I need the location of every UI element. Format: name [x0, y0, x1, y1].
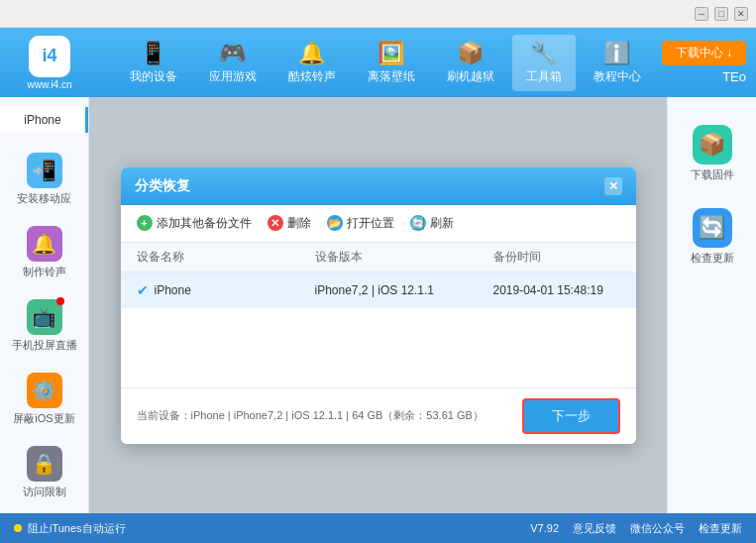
nav-my-device-label: 我的设备 [130, 68, 177, 85]
ios-update-icon: ⚙️ [27, 373, 62, 408]
access-restrict-icon: 🔒 [27, 446, 62, 482]
title-bar: ─ □ ✕ [0, 0, 756, 28]
install-app-label: 安装移动应 [17, 191, 71, 206]
folder-icon: 📂 [327, 215, 343, 231]
brush-machine-icon: 📦 [457, 41, 484, 66]
app-game-icon: 🎮 [219, 41, 246, 66]
status-dot-icon [14, 524, 22, 532]
check-update-icon: 🔄 [693, 208, 732, 248]
download-firm-label: 下载固件 [691, 167, 734, 182]
header: i4 www.i4.cn 📱 我的设备 🎮 应用游戏 🔔 酷炫铃声 🖼️ 离落壁… [0, 28, 756, 97]
sidebar-item-install-app[interactable]: 📲 安装移动应 [7, 145, 81, 214]
nav-app-game-label: 应用游戏 [209, 68, 257, 85]
make-ringtone-label: 制作铃声 [23, 265, 66, 279]
wechat-link[interactable]: 微信公众号 [630, 521, 685, 536]
iphone-tab[interactable]: iPhone [0, 107, 88, 133]
main-area: iPhone 📲 安装移动应 🔔 制作铃声 📺 手机投屏直播 ⚙️ 屏蔽iOS更… [0, 97, 756, 513]
row-device-version: iPhone7,2 | iOS 12.1.1 [315, 283, 493, 297]
download-firm-icon: 📦 [693, 125, 732, 164]
modal-close-button[interactable]: ✕ [604, 177, 622, 195]
sidebar-item-screen-live[interactable]: 📺 手机投屏直播 [7, 291, 81, 361]
add-backup-button[interactable]: + 添加其他备份文件 [137, 215, 252, 232]
nav-toolbox-label: 工具箱 [526, 68, 562, 85]
col-device-version: 设备版本 [315, 249, 493, 266]
screen-live-badge [56, 297, 64, 305]
access-restrict-label: 访问限制 [23, 485, 66, 499]
content-area: 分类恢复 ✕ + 添加其他备份文件 ✕ 删除 📂 打开位置 [89, 97, 667, 513]
delete-backup-button[interactable]: ✕ 删除 [268, 215, 311, 232]
logo-area: i4 www.i4.cn [10, 36, 89, 90]
nav-items: 📱 我的设备 🎮 应用游戏 🔔 酷炫铃声 🖼️ 离落壁纸 📦 刷机越狱 🔧 工具… [109, 35, 662, 91]
open-location-label: 打开位置 [347, 215, 394, 232]
nav-brush-machine[interactable]: 📦 刷机越狱 [433, 35, 508, 91]
status-left: 阻止iTunes自动运行 [14, 521, 126, 536]
close-button[interactable]: ✕ [734, 7, 748, 21]
modal-empty-area [121, 308, 636, 387]
refresh-icon: 🔄 [410, 215, 426, 231]
nav-app-game[interactable]: 🎮 应用游戏 [195, 35, 270, 91]
device-info-text: 当前设备：iPhone | iPhone7,2 | iOS 12.1.1 | 6… [137, 408, 484, 423]
logo-text: www.i4.cn [27, 79, 71, 90]
row-backup-time: 2019-04-01 15:48:19 [493, 283, 636, 297]
version-text: V7.92 [530, 522, 559, 534]
nav-wallpaper[interactable]: 🖼️ 离落壁纸 [354, 35, 429, 91]
add-icon: + [137, 215, 153, 231]
screen-live-icon: 📺 [27, 299, 62, 335]
ios-update-label: 屏蔽iOS更新 [13, 411, 74, 426]
add-backup-label: 添加其他备份文件 [157, 215, 252, 232]
right-item-download-firm[interactable]: 📦 下载固件 [675, 117, 749, 190]
status-right: V7.92 意见反馈 微信公众号 检查更新 [530, 521, 742, 536]
table-header: 设备名称 设备版本 备份时间 大小 [121, 243, 636, 272]
nav-tutorial[interactable]: ℹ️ 教程中心 [580, 35, 655, 91]
table-row[interactable]: ✔ iPhone iPhone7,2 | iOS 12.1.1 2019-04-… [121, 272, 636, 308]
nav-brush-machine-label: 刷机越狱 [447, 68, 494, 85]
nav-ringtone-label: 酷炫铃声 [288, 68, 336, 85]
sidebar-item-ios-update[interactable]: ⚙️ 屏蔽iOS更新 [7, 365, 81, 434]
teo-display: TEo [722, 69, 746, 84]
delete-icon: ✕ [268, 215, 283, 231]
right-sidebar: 📦 下载固件 🔄 检查更新 [667, 97, 756, 513]
download-center-button[interactable]: 下载中心 ↓ [662, 41, 746, 65]
modal-footer: 当前设备：iPhone | iPhone7,2 | iOS 12.1.1 | 6… [121, 387, 636, 444]
my-device-icon: 📱 [140, 41, 166, 66]
right-item-check-update[interactable]: 🔄 检查更新 [675, 200, 749, 273]
modal-dialog: 分类恢复 ✕ + 添加其他备份文件 ✕ 删除 📂 打开位置 [121, 167, 636, 444]
check-update-link[interactable]: 检查更新 [699, 521, 742, 536]
nav-my-device[interactable]: 📱 我的设备 [116, 35, 191, 91]
selected-checkmark-icon: ✔ [137, 282, 149, 298]
modal-header: 分类恢复 ✕ [121, 167, 636, 205]
toolbox-icon: 🔧 [530, 41, 557, 66]
nav-ringtone[interactable]: 🔔 酷炫铃声 [274, 35, 350, 91]
sidebar: iPhone 📲 安装移动应 🔔 制作铃声 📺 手机投屏直播 ⚙️ 屏蔽iOS更… [0, 97, 89, 513]
row-device-name: ✔ iPhone [137, 282, 315, 298]
ringtone-icon: 🔔 [298, 41, 325, 66]
modal-title: 分类恢复 [135, 177, 190, 195]
delete-backup-label: 删除 [287, 215, 311, 232]
itunes-label: 阻止iTunes自动运行 [28, 521, 126, 536]
minimize-button[interactable]: ─ [695, 7, 708, 21]
nav-wallpaper-label: 离落壁纸 [368, 68, 415, 85]
screen-live-label: 手机投屏直播 [12, 338, 77, 353]
modal-toolbar: + 添加其他备份文件 ✕ 删除 📂 打开位置 🔄 刷新 [121, 205, 636, 243]
col-device-name: 设备名称 [137, 249, 315, 266]
row-device-name-text: iPhone [155, 283, 191, 297]
refresh-label: 刷新 [430, 215, 454, 232]
header-right: 下载中心 ↓ TEo [662, 41, 746, 84]
install-app-icon: 📲 [27, 153, 62, 188]
check-update-label: 检查更新 [691, 251, 734, 266]
make-ringtone-icon: 🔔 [27, 226, 62, 262]
maximize-button[interactable]: □ [714, 7, 728, 21]
nav-tutorial-label: 教程中心 [594, 68, 641, 85]
open-location-button[interactable]: 📂 打开位置 [327, 215, 394, 232]
next-step-button[interactable]: 下一步 [522, 398, 620, 434]
tutorial-icon: ℹ️ [603, 41, 630, 66]
refresh-button[interactable]: 🔄 刷新 [410, 215, 454, 232]
nav-toolbox[interactable]: 🔧 工具箱 [512, 35, 576, 91]
sidebar-item-make-ringtone[interactable]: 🔔 制作铃声 [7, 218, 81, 287]
col-backup-time: 备份时间 [493, 249, 636, 266]
status-bar: 阻止iTunes自动运行 V7.92 意见反馈 微信公众号 检查更新 [0, 513, 756, 543]
wallpaper-icon: 🖼️ [378, 41, 404, 66]
feedback-link[interactable]: 意见反馈 [573, 521, 616, 536]
modal-overlay: 分类恢复 ✕ + 添加其他备份文件 ✕ 删除 📂 打开位置 [89, 97, 667, 513]
sidebar-item-access-restrict[interactable]: 🔒 访问限制 [7, 438, 81, 507]
